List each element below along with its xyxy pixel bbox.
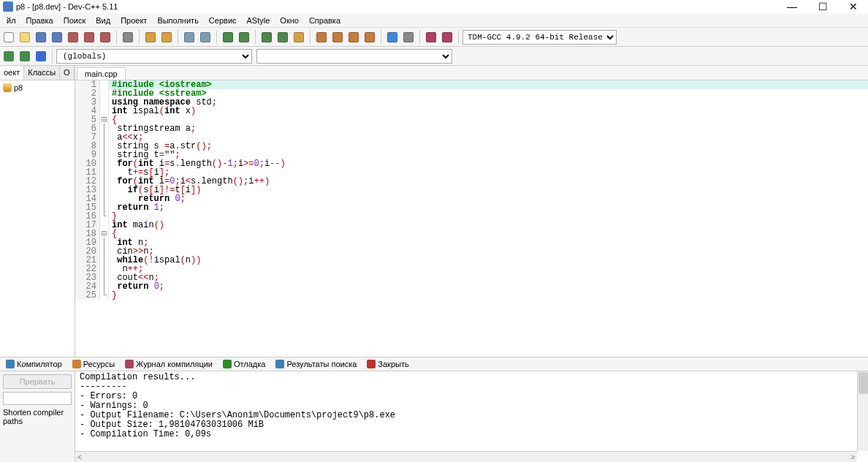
code-line[interactable]: 10│ for(int i=s.length()-1;i>=0;i--) [75,159,868,168]
code-text[interactable]: n++; [109,265,868,273]
abort-button[interactable]: Прервать [3,374,72,389]
chart2-icon[interactable] [440,30,454,45]
grid3-icon[interactable] [346,30,361,45]
bottom-tab-2[interactable]: Журнал компиляции [121,358,217,370]
code-text[interactable]: } [109,212,868,221]
bottom-tab-3[interactable]: Отладка [218,358,270,370]
bookmark-icon[interactable] [221,30,235,45]
output-filter-input[interactable] [3,392,72,405]
code-line[interactable]: 13│ if(s[i]!=t[i]) [75,186,868,194]
code-line[interactable]: 18⊟{ [75,230,868,238]
grid2-icon[interactable] [330,30,345,45]
code-text[interactable]: { [109,116,868,124]
sidebar-tab-2[interactable]: О [60,66,75,80]
undo-icon[interactable] [143,30,158,45]
fold-marker[interactable]: └ [100,291,109,300]
code-text[interactable]: #include <iostream> [109,80,868,89]
menu-6[interactable]: Сервис [204,15,242,26]
fold-marker[interactable] [100,89,109,98]
project-node[interactable]: p8 [2,83,72,93]
code-line[interactable]: 25└} [75,291,868,300]
save-all-icon[interactable] [50,30,64,45]
forward-icon[interactable] [18,49,32,64]
code-line[interactable]: 15│ return 1; [75,203,868,212]
menu-2[interactable]: Поиск [58,15,91,26]
code-text[interactable]: cout<<n; [109,273,868,282]
open-icon[interactable] [18,30,32,45]
grid1-icon[interactable] [314,30,329,45]
code-line[interactable]: 16└} [75,212,868,221]
grid4-icon[interactable] [362,30,377,45]
code-text[interactable]: a<<x; [109,133,868,142]
code-text[interactable]: return 0; [109,194,868,203]
sidebar-tab-0[interactable]: оект [0,66,24,80]
code-line[interactable]: 14│ return 0; [75,194,868,203]
save-icon[interactable] [34,30,48,45]
code-text[interactable]: while(!ispal(n)) [109,256,868,265]
close-button[interactable]: ✕ [845,1,862,12]
code-line[interactable]: 8│ string s =a.str(); [75,142,868,151]
code-line[interactable]: 6│ stringstream a; [75,124,868,133]
print-icon[interactable] [121,30,135,45]
code-text[interactable]: { [109,230,868,238]
code-text[interactable]: } [109,291,868,300]
close-icon[interactable] [82,30,96,45]
close-all-icon[interactable] [98,30,113,45]
code-text[interactable]: string s =a.str(); [109,142,868,151]
check-icon[interactable] [385,30,400,45]
output-hscroll[interactable]: <> [75,451,857,462]
code-line[interactable]: 23│ cout<<n; [75,273,868,282]
replace-icon[interactable] [198,30,213,45]
code-text[interactable]: for(int i=s.length()-1;i>=0;i--) [109,159,868,168]
bookmark-next-icon[interactable] [237,30,251,45]
menu-5[interactable]: Выполнить [152,15,203,26]
fold-marker[interactable] [100,80,109,89]
new-icon[interactable] [1,30,16,45]
goto2-icon[interactable] [275,30,290,45]
code-text[interactable]: int n; [109,238,868,247]
code-text[interactable]: using namespace std; [109,98,868,107]
maximize-button[interactable]: ☐ [814,1,831,12]
code-line[interactable]: 21│ while(!ispal(n)) [75,256,868,265]
editor-tab-main[interactable]: main.cpp [77,67,126,80]
save-as-icon[interactable] [66,30,80,45]
goto-icon[interactable] [259,30,274,45]
code-line[interactable]: 24│ return 0; [75,282,868,291]
member-select[interactable] [256,49,452,64]
menu-3[interactable]: Вид [91,15,115,26]
compiler-select[interactable]: TDM-GCC 4.9.2 64-bit Release [462,30,617,45]
menu-7[interactable]: AStyle [242,15,275,26]
code-text[interactable]: cin>>n; [109,247,868,256]
menu-4[interactable]: Проект [115,15,152,26]
find-icon[interactable] [182,30,197,45]
fold-marker[interactable] [100,98,109,107]
code-line[interactable]: 4int ispal(int x) [75,107,868,116]
bottom-tab-4[interactable]: Результаты поиска [271,358,361,370]
menu-9[interactable]: Справка [304,15,346,26]
shorten-paths-label[interactable]: Shorten compiler paths [3,408,72,425]
redo-icon[interactable] [159,30,174,45]
code-line[interactable]: 19│ int n; [75,238,868,247]
code-text[interactable]: int ispal(int x) [109,107,868,116]
code-text[interactable]: #include <sstream> [109,89,868,98]
code-line[interactable]: 22│ n++; [75,265,868,273]
menu-8[interactable]: Окно [275,15,304,26]
scope-select[interactable]: (globals) [56,49,252,64]
minimize-button[interactable]: — [783,1,801,12]
bottom-tab-1[interactable]: Ресурсы [68,358,119,370]
code-text[interactable]: int main() [109,221,868,230]
x-icon[interactable] [401,30,416,45]
code-text[interactable]: stringstream a; [109,124,868,133]
back-icon[interactable] [1,49,16,64]
debug-shield-icon[interactable] [292,30,306,45]
bottom-tab-0[interactable]: Компилятор [1,358,66,370]
code-text[interactable]: if(s[i]!=t[i]) [109,186,868,194]
chart1-icon[interactable] [424,30,438,45]
code-text[interactable]: return 1; [109,203,868,212]
fold-marker[interactable]: └ [100,212,109,221]
code-text[interactable]: for(int i=0;i<s.length();i++) [109,177,868,186]
menu-0[interactable]: йл [1,15,21,26]
code-area[interactable]: 1#include <iostream>2#include <sstream>3… [75,80,868,357]
code-text[interactable]: return 0; [109,282,868,291]
output-vscroll[interactable] [857,371,868,451]
